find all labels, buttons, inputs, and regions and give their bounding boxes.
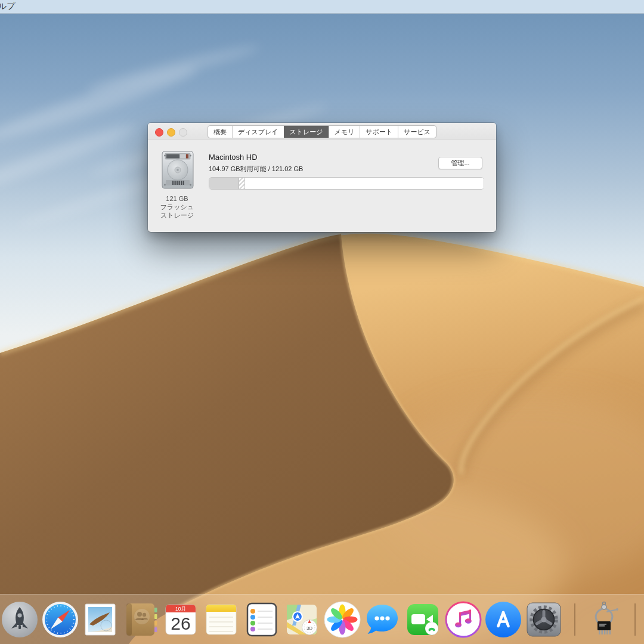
- zoom-button-disabled: [179, 128, 187, 137]
- disk-label: 121 GB フラッシュ ストレージ: [153, 194, 201, 219]
- tab-overview[interactable]: 概要: [208, 126, 232, 138]
- dock-item-notes[interactable]: [202, 600, 240, 639]
- dock-item-contacts[interactable]: [122, 600, 160, 639]
- dock-item-system-preferences[interactable]: [525, 600, 563, 639]
- storage-bar-other: [239, 178, 245, 189]
- menu-item-help-partial[interactable]: ルプ: [0, 1, 16, 12]
- tab-displays[interactable]: ディスプレイ: [232, 126, 284, 138]
- calendar-month: 10月: [175, 605, 186, 611]
- window-titlebar[interactable]: 概要 ディスプレイ ストレージ メモリ サポート サービス: [148, 123, 496, 140]
- hard-disk-icon: [160, 151, 195, 190]
- tab-storage[interactable]: ストレージ: [284, 126, 329, 138]
- dock-item-maps[interactable]: 3D: [283, 600, 321, 639]
- dock-item-messages[interactable]: [363, 600, 401, 639]
- storage-usage-bar: [209, 177, 484, 190]
- dock-item-reminders[interactable]: [243, 600, 281, 639]
- disk-name: Macintosh HD: [209, 153, 258, 162]
- tab-memory[interactable]: メモリ: [329, 126, 360, 138]
- calendar-day: 26: [171, 614, 191, 633]
- disk-label-line2: フラッシュ: [153, 203, 201, 211]
- dock-item-mail[interactable]: [81, 600, 119, 639]
- dock-item-launchpad[interactable]: [1, 600, 39, 639]
- dock-item-facetime[interactable]: [404, 600, 442, 639]
- calipers-icon: [596, 608, 617, 623]
- dock-separator: [634, 603, 636, 636]
- dock-item-photos[interactable]: [323, 600, 361, 639]
- menu-bar: ルプ: [0, 0, 644, 14]
- ellipsis-icon: [375, 616, 390, 620]
- storage-bar-used: [209, 178, 239, 189]
- close-button[interactable]: [155, 128, 163, 137]
- tab-support[interactable]: サポート: [360, 126, 398, 138]
- svg-text:3D: 3D: [306, 625, 312, 630]
- dock-item-safari[interactable]: [41, 600, 79, 639]
- storage-bar-free: [245, 178, 484, 189]
- tab-service[interactable]: サービス: [398, 126, 436, 138]
- desktop-wallpaper: [0, 0, 644, 644]
- disk-label-line1: 121 GB: [153, 194, 201, 203]
- about-this-mac-window: 概要 ディスプレイ ストレージ メモリ サポート サービス: [148, 123, 496, 232]
- dock-item-app-store[interactable]: [484, 600, 522, 639]
- manage-button[interactable]: 管理...: [438, 157, 482, 169]
- index-tabs: [154, 608, 157, 632]
- compass-3d-badge: 3D: [302, 620, 317, 635]
- dock-item-calendar[interactable]: 10月 26: [162, 600, 200, 639]
- disk-availability: 104.97 GB利用可能 / 121.02 GB: [209, 165, 303, 174]
- dock: 10月 26: [0, 594, 644, 644]
- disk-label-line3: ストレージ: [153, 211, 201, 219]
- dock-separator: [574, 603, 575, 636]
- dock-item-system-information[interactable]: [585, 600, 623, 639]
- chip-icon: [597, 621, 611, 634]
- toolbar-tabs: 概要 ディスプレイ ストレージ メモリ サポート サービス: [208, 125, 436, 138]
- minimize-button[interactable]: [167, 128, 175, 137]
- dock-item-itunes[interactable]: [444, 600, 482, 639]
